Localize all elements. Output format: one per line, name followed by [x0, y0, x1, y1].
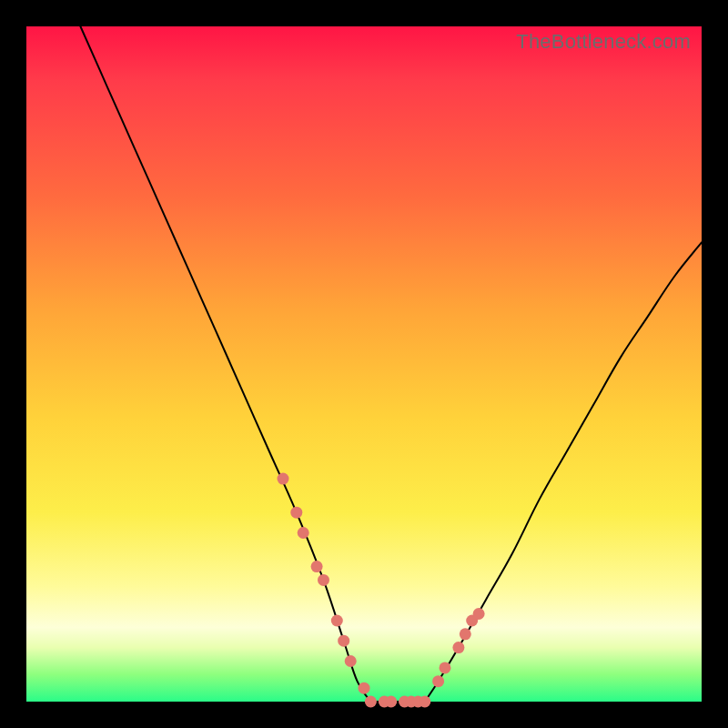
chart-frame: TheBottleneck.com — [0, 0, 728, 728]
data-marker — [318, 574, 329, 586]
data-marker — [440, 662, 451, 673]
data-marker — [460, 628, 471, 640]
data-marker — [338, 635, 349, 647]
curve-svg — [26, 26, 702, 702]
data-marker — [345, 655, 357, 667]
data-marker — [419, 696, 430, 708]
data-marker — [311, 561, 323, 572]
data-marker — [473, 608, 485, 620]
data-marker — [452, 642, 464, 653]
bottleneck-curve — [80, 26, 702, 703]
data-marker — [331, 615, 343, 627]
data-marker — [290, 507, 302, 519]
data-marker — [298, 527, 309, 539]
data-marker — [359, 682, 370, 694]
marker-group — [278, 473, 485, 708]
plot-area: TheBottleneck.com — [26, 26, 702, 702]
data-marker — [278, 473, 289, 485]
data-marker — [432, 675, 444, 687]
data-marker — [365, 696, 377, 708]
data-marker — [385, 696, 397, 708]
